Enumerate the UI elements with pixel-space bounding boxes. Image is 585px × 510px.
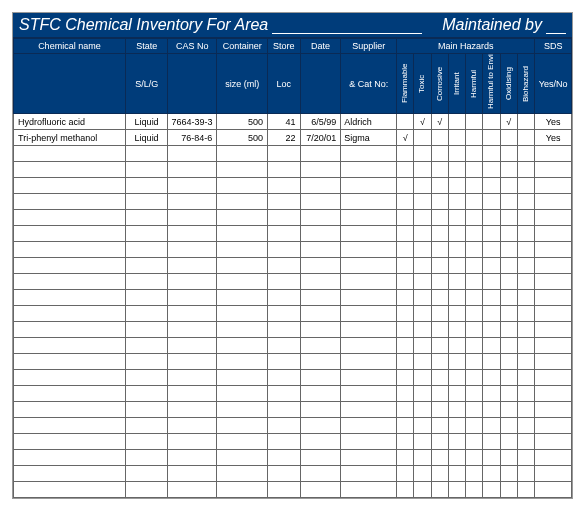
cell-cas (168, 242, 217, 258)
cell-date (300, 338, 341, 354)
cell-date (300, 466, 341, 482)
inventory-table: Chemical name State CAS No Container Sto… (13, 38, 572, 498)
cell-cas (168, 402, 217, 418)
cell-state (125, 418, 168, 434)
cell-supplier (341, 450, 397, 466)
cell-sds (535, 290, 572, 306)
cell-hazard (397, 242, 414, 258)
cell-hazard (414, 290, 431, 306)
cell-hazard (448, 146, 465, 162)
cell-name (14, 290, 126, 306)
table-row (14, 290, 572, 306)
cell-hazard (517, 434, 534, 450)
cell-hazard (517, 338, 534, 354)
cell-hazard (448, 354, 465, 370)
cell-state (125, 274, 168, 290)
cell-hazard (448, 386, 465, 402)
cell-supplier: Aldrich (341, 114, 397, 130)
cell-container (217, 242, 268, 258)
cell-container (217, 146, 268, 162)
cell-hazard (483, 194, 500, 210)
cell-hazard (483, 402, 500, 418)
cell-container (217, 162, 268, 178)
table-row (14, 386, 572, 402)
cell-hazard (466, 402, 483, 418)
cell-hazard (483, 146, 500, 162)
table-row: Tri-phenyl methanolLiquid76-84-6500227/2… (14, 130, 572, 146)
cell-date (300, 162, 341, 178)
cell-date (300, 210, 341, 226)
table-row (14, 434, 572, 450)
cell-store: 41 (268, 114, 301, 130)
cell-store (268, 162, 301, 178)
cell-cas (168, 370, 217, 386)
cell-store (268, 210, 301, 226)
sub-store: Loc (268, 54, 301, 114)
cell-hazard (500, 178, 517, 194)
hz-1: Toxic (414, 54, 431, 114)
cell-name (14, 178, 126, 194)
cell-hazard (397, 114, 414, 130)
cell-hazard (431, 194, 448, 210)
cell-sds (535, 386, 572, 402)
cell-sds (535, 450, 572, 466)
cell-date (300, 370, 341, 386)
cell-sds (535, 178, 572, 194)
cell-sds (535, 322, 572, 338)
cell-hazard (500, 418, 517, 434)
cell-hazard (500, 482, 517, 498)
cell-cas (168, 338, 217, 354)
cell-state (125, 466, 168, 482)
hz-6: Oxidising (500, 54, 517, 114)
cell-hazard (414, 274, 431, 290)
table-row (14, 242, 572, 258)
cell-hazard (397, 210, 414, 226)
cell-hazard (397, 258, 414, 274)
cell-state: Liquid (125, 114, 168, 130)
table-row (14, 306, 572, 322)
cell-hazard (431, 386, 448, 402)
cell-hazard (466, 194, 483, 210)
cell-state (125, 482, 168, 498)
table-row (14, 338, 572, 354)
cell-hazard (397, 274, 414, 290)
cell-hazard (414, 194, 431, 210)
title-bar: STFC Chemical Inventory For Area Maintai… (13, 13, 572, 38)
cell-hazard (431, 242, 448, 258)
cell-date (300, 178, 341, 194)
cell-date (300, 146, 341, 162)
cell-name (14, 194, 126, 210)
cell-supplier (341, 242, 397, 258)
cell-sds (535, 242, 572, 258)
cell-hazard (500, 450, 517, 466)
cell-hazard (466, 418, 483, 434)
hz-5: Harmful to Environ. (483, 54, 500, 114)
cell-hazard (466, 210, 483, 226)
cell-hazard (414, 322, 431, 338)
cell-hazard (500, 162, 517, 178)
cell-hazard (414, 386, 431, 402)
table-row (14, 482, 572, 498)
cell-state (125, 370, 168, 386)
cell-hazard (517, 418, 534, 434)
sub-name (14, 54, 126, 114)
sub-sds: Yes/No (535, 54, 572, 114)
cell-name (14, 258, 126, 274)
cell-cas (168, 162, 217, 178)
cell-hazard (431, 418, 448, 434)
cell-date (300, 242, 341, 258)
cell-hazard (483, 274, 500, 290)
cell-hazard (483, 114, 500, 130)
cell-hazard (448, 418, 465, 434)
cell-hazard (466, 450, 483, 466)
cell-hazard (466, 178, 483, 194)
cell-store: 22 (268, 130, 301, 146)
hz-3: Irritant (448, 54, 465, 114)
cell-supplier (341, 386, 397, 402)
title-area-blank (272, 16, 422, 34)
cell-hazard (483, 370, 500, 386)
cell-sds (535, 306, 572, 322)
cell-cas (168, 210, 217, 226)
inventory-sheet: STFC Chemical Inventory For Area Maintai… (12, 12, 573, 499)
cell-hazard (431, 274, 448, 290)
